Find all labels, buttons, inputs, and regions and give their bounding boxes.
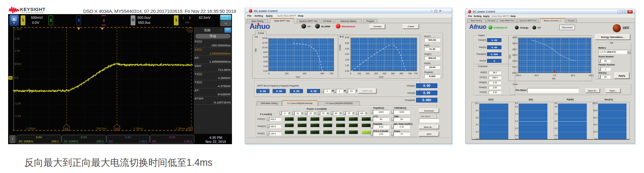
svg-text:2.35ms: 2.35ms xyxy=(176,127,185,130)
svg-text:Y2: Y2 xyxy=(188,128,191,130)
svg-text:350.0us: 350.0us xyxy=(96,127,107,130)
svg-text:Y1: Y1 xyxy=(189,29,192,32)
svg-text:X1: X1 xyxy=(65,127,68,130)
svg-text:X2: X2 xyxy=(115,127,118,130)
svg-text:-1.05ms: -1.05ms xyxy=(25,127,36,130)
svg-text:1.35ms: 1.35ms xyxy=(133,127,143,130)
